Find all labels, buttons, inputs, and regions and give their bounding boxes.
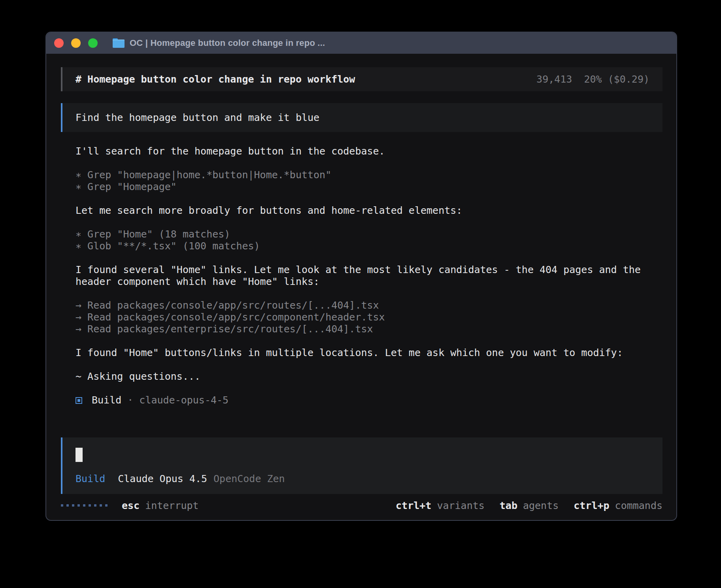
zoom-button[interactable] xyxy=(88,38,98,48)
tool-call-read: → Read packages/enterprise/src/routes/[.… xyxy=(61,323,662,335)
window-title: OC | Homepage button color change in rep… xyxy=(130,38,325,48)
statusbar-left: esc interrupt xyxy=(61,500,199,511)
prompt-input[interactable]: Build Claude Opus 4.5 OpenCode Zen xyxy=(61,437,662,494)
session-header: # Homepage button color change in repo w… xyxy=(61,67,662,91)
tool-call-glob: ∗ Glob "**/*.tsx" (100 matches) xyxy=(61,240,662,252)
shortcut-label-variants: variants xyxy=(437,500,484,511)
session-view: # Homepage button color change in repo w… xyxy=(46,54,676,520)
assistant-text: Let me search more broadly for buttons a… xyxy=(61,205,662,217)
statusbar-right: ctrl+t variants tab agents ctrl+p comman… xyxy=(396,500,662,511)
shortcut-label-commands: commands xyxy=(615,500,662,511)
assistant-response: I'll search for the homepage button in t… xyxy=(61,145,662,406)
conversation-spacer xyxy=(61,406,662,437)
tool-call-read: → Read packages/console/app/src/routes/[… xyxy=(61,300,662,311)
model-provider: OpenCode Zen xyxy=(213,473,285,484)
window-title-group: OC | Homepage button color change in rep… xyxy=(113,38,325,48)
shortcut-label-interrupt: interrupt xyxy=(145,500,198,511)
text-cursor xyxy=(75,448,83,462)
user-message-text: Find the homepage button and make it blu… xyxy=(75,112,319,123)
shortcut-key-ctrl-p: ctrl+p xyxy=(574,500,609,511)
shortcut-key-esc: esc xyxy=(122,500,140,511)
window-controls xyxy=(54,38,98,48)
titlebar: OC | Homepage button color change in rep… xyxy=(46,32,676,54)
agent-separator: · xyxy=(127,394,133,406)
close-button[interactable] xyxy=(54,38,64,48)
session-title: # Homepage button color change in repo w… xyxy=(75,74,355,85)
agent-row: Build · claude-opus-4-5 xyxy=(61,394,662,406)
assistant-text: I'll search for the homepage button in t… xyxy=(61,145,662,157)
working-spinner-dots xyxy=(61,504,108,507)
minimize-button[interactable] xyxy=(71,38,81,48)
shortcut-key-tab: tab xyxy=(500,500,517,511)
tool-call-grep: ∗ Grep "homepage|home.*button|Home.*butt… xyxy=(61,169,662,181)
shortcut-agents: tab agents xyxy=(500,500,559,511)
model-status-row: Build Claude Opus 4.5 OpenCode Zen xyxy=(75,473,649,484)
shortcut-key-ctrl-t: ctrl+t xyxy=(396,500,431,511)
tool-call-read: → Read packages/console/app/src/componen… xyxy=(61,311,662,323)
shortcut-variants: ctrl+t variants xyxy=(396,500,485,511)
token-count: 39,413 xyxy=(536,74,572,85)
agent-model: claude-opus-4-5 xyxy=(139,394,228,406)
shortcut-commands: ctrl+p commands xyxy=(574,500,662,511)
shortcut-label-agents: agents xyxy=(523,500,559,511)
session-stats: 39,413 20% ($0.29) xyxy=(536,74,649,85)
folder-icon xyxy=(113,38,125,48)
user-message: Find the homepage button and make it blu… xyxy=(61,103,662,132)
assistant-text: I found several "Home" links. Let me loo… xyxy=(61,264,662,288)
tool-call-grep: ∗ Grep "Home" (18 matches) xyxy=(61,228,662,240)
agent-name: Build xyxy=(92,394,121,406)
tool-call-grep: ∗ Grep "Homepage" xyxy=(61,181,662,193)
assistant-text: I found "Home" buttons/links in multiple… xyxy=(61,347,662,359)
active-model[interactable]: Claude Opus 4.5 xyxy=(118,473,207,484)
assistant-status-text: ~ Asking questions... xyxy=(61,371,662,383)
context-usage-cost: 20% ($0.29) xyxy=(584,74,649,85)
build-agent-icon xyxy=(75,397,82,404)
terminal-window: OC | Homepage button color change in rep… xyxy=(45,32,677,521)
active-agent[interactable]: Build xyxy=(75,473,105,484)
status-bar: esc interrupt ctrl+t variants tab agents… xyxy=(61,494,662,520)
